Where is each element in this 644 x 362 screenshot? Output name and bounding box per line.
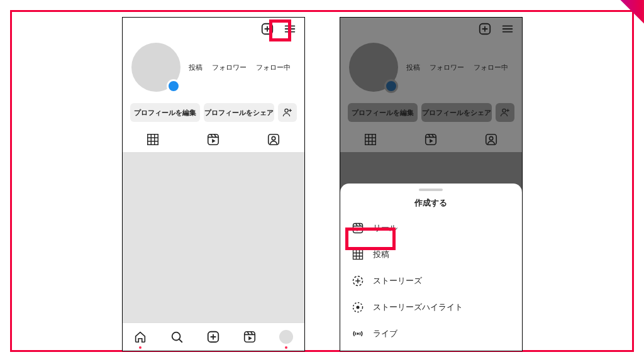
create-sheet: 作成する リール 投稿 ストーリーズ ストー [340, 184, 522, 351]
bottom-nav [123, 322, 304, 351]
tab-tagged[interactable] [255, 133, 292, 146]
nav-home-icon[interactable] [133, 330, 147, 344]
live-icon [352, 327, 364, 341]
add-friend-icon [282, 107, 293, 118]
new-story-badge-icon [167, 79, 180, 93]
story-plus-icon [352, 274, 364, 288]
sheet-item-post[interactable]: 投稿 [340, 241, 522, 268]
notification-dot [139, 346, 142, 349]
tab-reels[interactable] [194, 133, 232, 146]
content-empty [123, 152, 304, 341]
nav-reels-icon[interactable] [243, 330, 257, 344]
discover-people-button[interactable] [278, 103, 297, 122]
stat-followers[interactable]: フォロワー [211, 63, 248, 72]
avatar[interactable] [131, 43, 180, 92]
nav-search-icon[interactable] [170, 330, 184, 344]
grid-icon [352, 248, 364, 261]
sheet-title: 作成する [340, 197, 522, 209]
sheet-item-label: リール [373, 222, 397, 234]
content-tabs [123, 127, 304, 152]
phone-profile: 投稿 フォロワー フォロー中 プロフィールを編集 プロフィールをシェア [122, 17, 305, 351]
sheet-item-label: ストーリーズハイライト [373, 302, 463, 313]
reels-icon [352, 221, 364, 235]
sheet-item-live[interactable]: ライブ [340, 321, 522, 347]
sheet-item-highlight[interactable]: ストーリーズハイライト [340, 294, 522, 321]
phone-create-sheet: 投稿 フォロワー フォロー中 プロフィールを編集 プロフィールをシェア [340, 17, 523, 351]
notification-dot [285, 346, 287, 349]
menu-icon[interactable] [283, 22, 297, 36]
sheet-item-label: ライブ [373, 328, 397, 339]
sheet-item-reel[interactable]: リール [340, 215, 522, 241]
profile-actions: プロフィールを編集 プロフィールをシェア [123, 98, 304, 127]
stat-posts[interactable]: 投稿 [187, 63, 204, 72]
share-profile-button[interactable]: プロフィールをシェア [204, 103, 274, 122]
top-bar [123, 18, 304, 40]
edit-profile-button[interactable]: プロフィールを編集 [130, 103, 201, 122]
profile-header: 投稿 フォロワー フォロー中 [123, 40, 304, 98]
nav-create-icon[interactable] [206, 330, 220, 344]
profile-stats: 投稿 フォロワー フォロー中 [180, 63, 296, 72]
sheet-item-story[interactable]: ストーリーズ [340, 268, 522, 294]
tab-grid[interactable] [134, 133, 172, 146]
sheet-grabber[interactable] [419, 189, 443, 191]
highlight-icon [352, 300, 364, 314]
outer-frame: 投稿 フォロワー フォロー中 プロフィールを編集 プロフィールをシェア [10, 10, 634, 352]
sheet-item-label: 投稿 [373, 249, 389, 260]
brand-corner [604, 0, 644, 40]
stat-following[interactable]: フォロー中 [255, 63, 292, 72]
create-icon[interactable] [260, 22, 274, 36]
sheet-item-label: ストーリーズ [373, 275, 422, 287]
nav-profile-avatar[interactable] [279, 330, 293, 344]
